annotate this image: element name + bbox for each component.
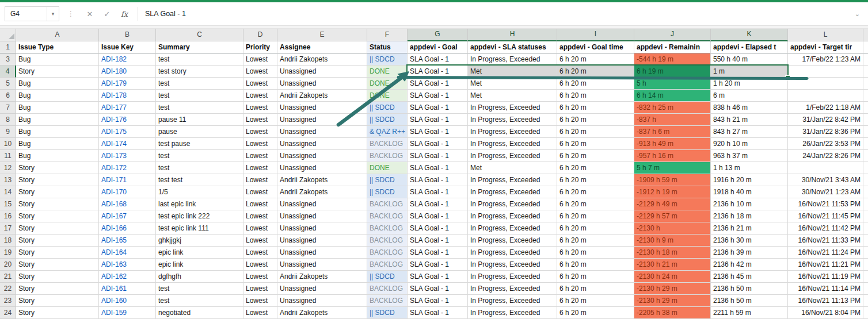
cell-L13[interactable]: 30/Nov/21 3:43 AM xyxy=(788,174,863,186)
cell-D5[interactable]: Lowest xyxy=(243,78,277,90)
cell-H8[interactable]: In Progress, Exceeded xyxy=(468,114,557,126)
formula-bar-expand-icon[interactable]: ⌄ xyxy=(855,10,860,18)
cell-A22[interactable]: Story xyxy=(16,283,99,295)
cell-G13[interactable]: SLA Goal - 1 xyxy=(408,174,468,186)
cell-C17[interactable]: test epic link 111 xyxy=(156,222,243,235)
column-header-I[interactable]: I xyxy=(557,29,634,41)
cell-I12[interactable]: 6 h 20 m xyxy=(557,162,634,174)
cell-C11[interactable]: test xyxy=(156,150,243,162)
cell-E7[interactable]: Unassigned xyxy=(277,102,367,114)
cell-C3[interactable]: test xyxy=(156,53,243,66)
row-header-8[interactable]: 8 xyxy=(0,114,16,126)
cell-G24[interactable]: SLA Goal - 1 xyxy=(408,307,468,319)
cell-I13[interactable]: 6 h 20 m xyxy=(557,174,634,186)
cell-I16[interactable]: 6 h 20 m xyxy=(557,210,634,222)
cell-I18[interactable]: 6 h 20 m xyxy=(557,235,634,247)
cell-A14[interactable]: Story xyxy=(16,186,99,198)
cell-B20[interactable]: ADI-163 xyxy=(99,259,156,271)
cell-B18[interactable]: ADI-165 xyxy=(99,235,156,247)
cell-E24[interactable]: Andrii Zakopets xyxy=(277,307,367,319)
cell-F24[interactable]: || SDCD xyxy=(367,307,408,319)
cell-I23[interactable]: 6 h 20 m xyxy=(557,295,634,307)
cell-H1[interactable]: appdevi - SLA statuses xyxy=(468,41,557,53)
cell-J8[interactable]: -837 h xyxy=(634,114,711,126)
cell-L21[interactable]: 16/Nov/21 11:19 PM xyxy=(788,271,863,283)
cell-L5[interactable] xyxy=(788,78,863,90)
row-header-3[interactable]: 3 xyxy=(0,53,16,66)
column-header-K[interactable]: K xyxy=(711,29,788,41)
cell-A17[interactable]: Story xyxy=(16,222,99,235)
cell-C18[interactable]: ghkjjgkj xyxy=(156,235,243,247)
cell-F12[interactable]: DONE xyxy=(367,162,408,174)
row-header-22[interactable]: 22 xyxy=(0,283,16,295)
cell-E18[interactable]: Unassigned xyxy=(277,235,367,247)
column-header-B[interactable]: B xyxy=(99,29,156,41)
row-header-13[interactable]: 13 xyxy=(0,174,16,186)
cell-F18[interactable]: BACKLOG xyxy=(367,235,408,247)
cell-K19[interactable]: 2136 h 39 m xyxy=(711,247,788,259)
cell-F1[interactable]: Status xyxy=(367,41,408,53)
cell-L24[interactable]: 16/Nov/21 8:04 PM xyxy=(788,307,863,319)
cell-F11[interactable]: BACKLOG xyxy=(367,150,408,162)
row-header-1[interactable]: 1 xyxy=(0,41,16,53)
cell-G20[interactable]: SLA Goal - 1 xyxy=(408,259,468,271)
cell-L19[interactable]: 16/Nov/21 11:24 PM xyxy=(788,247,863,259)
cell-H21[interactable]: In Progress, Exceeded xyxy=(468,271,557,283)
cell-F19[interactable]: BACKLOG xyxy=(367,247,408,259)
cell-L23[interactable]: 16/Nov/21 11:13 PM xyxy=(788,295,863,307)
cell-G5[interactable]: SLA Goal - 1 xyxy=(408,78,468,90)
cell-L22[interactable]: 16/Nov/21 11:14 PM xyxy=(788,283,863,295)
cell-G21[interactable]: SLA Goal - 1 xyxy=(408,271,468,283)
cell-K3[interactable]: 550 h 40 m xyxy=(711,53,788,66)
cell-J3[interactable]: -544 h 19 m xyxy=(634,53,711,66)
column-header-L[interactable]: L xyxy=(788,29,863,41)
row-header-5[interactable]: 5 xyxy=(0,78,16,90)
cell-C21[interactable]: dgfhgfh xyxy=(156,271,243,283)
cell-L8[interactable]: 31/Jan/22 8:42 PM xyxy=(788,114,863,126)
cell-F15[interactable]: BACKLOG xyxy=(367,198,408,210)
cell-E8[interactable]: Unassigned xyxy=(277,114,367,126)
cell-A10[interactable]: Bug xyxy=(16,138,99,150)
cell-A19[interactable]: Story xyxy=(16,247,99,259)
row-header-18[interactable]: 18 xyxy=(0,235,16,247)
cell-C19[interactable]: epic link xyxy=(156,247,243,259)
cell-K10[interactable]: 920 h 10 m xyxy=(711,138,788,150)
cell-B17[interactable]: ADI-166 xyxy=(99,222,156,235)
cell-C7[interactable]: test xyxy=(156,102,243,114)
cell-J19[interactable]: -2130 h 18 m xyxy=(634,247,711,259)
cell-C12[interactable]: test xyxy=(156,162,243,174)
cell-L11[interactable]: 24/Jan/22 8:26 PM xyxy=(788,150,863,162)
cell-D13[interactable]: Lowest xyxy=(243,174,277,186)
confirm-button[interactable]: ✓ xyxy=(98,10,116,18)
cell-L9[interactable]: 31/Jan/22 8:36 PM xyxy=(788,126,863,138)
cell-H24[interactable]: In Progress, Exceeded xyxy=(468,307,557,319)
cell-F4[interactable]: DONE xyxy=(367,66,408,78)
cell-D18[interactable]: Lowest xyxy=(243,235,277,247)
cell-A1[interactable]: Issue Type xyxy=(16,41,99,53)
cell-A8[interactable]: Bug xyxy=(16,114,99,126)
cell-I15[interactable]: 6 h 20 m xyxy=(557,198,634,210)
cell-J13[interactable]: -1909 h 59 m xyxy=(634,174,711,186)
cell-A20[interactable]: Story xyxy=(16,259,99,271)
cell-A9[interactable]: Bug xyxy=(16,126,99,138)
cell-K6[interactable]: 6 m xyxy=(711,90,788,102)
row-header-10[interactable]: 10 xyxy=(0,138,16,150)
row-header-14[interactable]: 14 xyxy=(0,186,16,198)
cell-D12[interactable]: Lowest xyxy=(243,162,277,174)
cell-D23[interactable]: Lowest xyxy=(243,295,277,307)
cell-B4[interactable]: ADI-180 xyxy=(99,66,156,78)
cell-C23[interactable]: test xyxy=(156,295,243,307)
cell-L12[interactable] xyxy=(788,162,863,174)
cell-D4[interactable]: Lowest xyxy=(243,66,277,78)
cell-L14[interactable]: 30/Nov/21 1:23 AM xyxy=(788,186,863,198)
cell-K11[interactable]: 963 h 37 m xyxy=(711,150,788,162)
cell-F6[interactable]: DONE xyxy=(367,90,408,102)
select-all-button[interactable] xyxy=(0,29,16,41)
cell-H9[interactable]: In Progress, Exceeded xyxy=(468,126,557,138)
cell-E12[interactable]: Unassigned xyxy=(277,162,367,174)
cell-K1[interactable]: appdevi - Elapsed t xyxy=(711,41,788,53)
cell-C8[interactable]: pause 11 xyxy=(156,114,243,126)
cell-G23[interactable]: SLA Goal - 1 xyxy=(408,295,468,307)
cell-I17[interactable]: 6 h 20 m xyxy=(557,222,634,235)
formula-input[interactable]: SLA Goal - 1 xyxy=(143,10,855,18)
